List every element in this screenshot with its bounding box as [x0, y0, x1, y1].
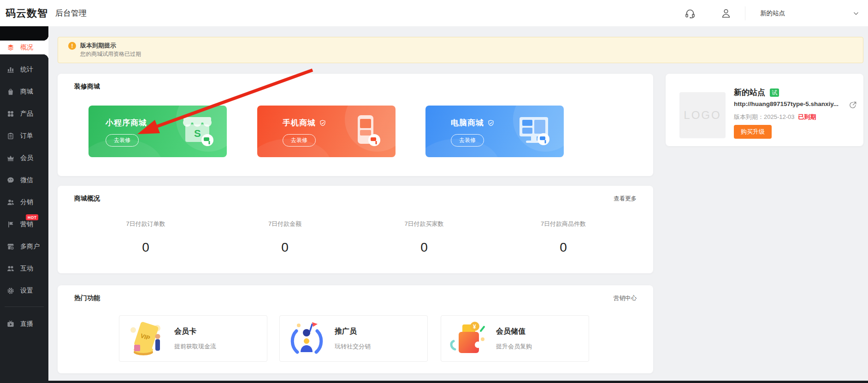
sidebar-item-products[interactable]: 产品: [0, 107, 48, 121]
page-title: 后台管理: [55, 8, 87, 18]
stat-paid-items: 7日付款商品件数 0: [494, 220, 633, 255]
expired-status: 已到期: [798, 113, 816, 120]
sidebar-divider: [5, 306, 44, 307]
banner-subtitle: 您的商城试用资格已过期: [80, 50, 141, 59]
version-expire-row: 版本到期：2025-12-03已到期: [734, 113, 816, 121]
desktop-monitor-icon: [516, 112, 553, 150]
store-plus-icon: [6, 243, 14, 251]
sidebar-item-interaction[interactable]: 互动: [0, 262, 48, 276]
feature-title: 推广员: [335, 327, 371, 336]
shield-check-icon: [319, 120, 326, 126]
feature-title: 会员储值: [496, 327, 532, 336]
pc-mall-card[interactable]: 电脑商城 去装修: [425, 106, 564, 157]
sidebar-item-orders[interactable]: 订单: [0, 129, 48, 143]
layers-icon: [6, 44, 14, 52]
site-info-panel: LOGO 新的站点 试 http://huang897157type-5.sha…: [666, 74, 863, 146]
users-icon: [6, 265, 14, 273]
decorate-button[interactable]: 去装修: [283, 134, 316, 147]
promoter-feature[interactable]: 推广员 玩转社交分销: [279, 315, 428, 362]
version-expiry-banner: ! 版本到期提示 您的商城试用资格已过期: [58, 37, 863, 63]
site-switcher-dropdown[interactable]: 新的站点: [745, 9, 862, 18]
chevron-down-icon: [852, 10, 860, 17]
logo-placeholder-text: LOGO: [684, 109, 721, 122]
hot-badge: HOT: [26, 214, 38, 220]
sidebar-item-multi-merchant[interactable]: 多商户: [0, 240, 48, 253]
brand-logo: 码云数智: [6, 6, 48, 20]
hot-features-panel: 热门功能 营销中心 VIP 会员卡 提前获取现金流: [58, 285, 653, 373]
upgrade-button[interactable]: 购买升级: [734, 125, 772, 139]
grid-icon: [6, 110, 14, 118]
overview-panel-title: 商城概况: [74, 194, 100, 203]
expire-date: 2025-12-03: [764, 113, 795, 120]
stored-value-feature[interactable]: ¥ 会员储值 提升会员复购: [441, 315, 589, 362]
banner-title: 版本到期提示: [80, 41, 141, 50]
hot-panel-title: 热门功能: [74, 294, 100, 302]
site-switcher-label: 新的站点: [760, 9, 785, 18]
bar-chart-icon: [6, 66, 14, 74]
mall-card-title: 手机商城: [283, 118, 316, 128]
flag-icon: [6, 221, 14, 229]
crown-icon: [6, 154, 14, 162]
stat-paid-amount: 7日付款金额 0: [215, 220, 354, 255]
sidebar-item-mall[interactable]: 商城: [0, 85, 48, 99]
site-url-link[interactable]: http://huang897157type-5.shanxiy...: [734, 100, 853, 107]
feature-subtitle: 玩转社交分销: [335, 342, 371, 351]
decorate-panel-title: 装修商城: [74, 82, 100, 91]
stats-row: 7日付款订单数 0 7日付款金额 0 7日付款买家数 0 7日付款商品件数 0: [76, 220, 633, 255]
expire-label: 版本到期：: [734, 113, 764, 120]
decorate-mall-panel: 装修商城 小程序商城 去装修 S 手机商城: [58, 74, 653, 176]
site-name: 新的站点: [734, 87, 765, 98]
mobile-phone-icon: [348, 112, 384, 150]
mini-program-store-icon: S: [179, 112, 216, 150]
sidebar: 概况 统计 商城 产品 订单: [0, 26, 48, 383]
stored-value-illustration: ¥: [449, 319, 488, 358]
mall-card-title: 电脑商城: [451, 118, 484, 128]
svg-text:S: S: [194, 128, 201, 139]
people-icon: [6, 199, 14, 206]
member-card-feature[interactable]: VIP 会员卡 提前获取现金流: [119, 315, 267, 362]
svg-text:¥: ¥: [473, 324, 476, 330]
decorate-button[interactable]: 去装修: [106, 134, 139, 147]
mobile-mall-card[interactable]: 手机商城 去装修: [257, 106, 396, 157]
sidebar-item-settings[interactable]: 设置: [0, 284, 48, 298]
mini-program-mall-card[interactable]: 小程序商城 去装修 S: [89, 106, 227, 157]
bottom-scrollbar[interactable]: [48, 381, 868, 383]
stat-paid-orders: 7日付款订单数 0: [76, 220, 215, 255]
sidebar-item-live[interactable]: 直播: [0, 317, 48, 331]
site-logo-placeholder: LOGO: [679, 92, 726, 138]
sidebar-item-wechat[interactable]: 微信: [0, 173, 48, 187]
stat-paid-buyers: 7日付款买家数 0: [354, 220, 494, 255]
promoter-illustration: [287, 319, 326, 358]
sidebar-item-marketing[interactable]: HOT 营销: [0, 218, 48, 231]
sidebar-nav: 概况 统计 商城 产品 订单: [0, 26, 48, 331]
feature-title: 会员卡: [174, 327, 216, 336]
feature-subtitle: 提升会员复购: [496, 342, 532, 351]
mall-card-title: 小程序商城: [106, 118, 147, 128]
sidebar-item-members[interactable]: 会员: [0, 151, 48, 165]
banner-text: 版本到期提示 您的商城试用资格已过期: [80, 41, 141, 63]
user-icon[interactable]: [720, 7, 732, 19]
warning-icon: !: [68, 42, 76, 50]
clipboard-icon: [6, 132, 14, 140]
shopping-bag-icon: [6, 88, 14, 96]
gear-icon: [6, 287, 14, 295]
headset-icon[interactable]: [684, 7, 696, 19]
mall-overview-panel: 商城概况 查看更多 7日付款订单数 0 7日付款金额 0 7日付款买家数 0 7…: [58, 186, 653, 273]
marketing-center-link[interactable]: 营销中心: [614, 295, 637, 302]
shield-check-icon: [488, 120, 494, 126]
header-actions: 新的站点: [684, 6, 862, 20]
wechat-icon: [6, 177, 14, 184]
sidebar-item-statistics[interactable]: 统计: [0, 63, 48, 77]
live-tv-icon: [6, 320, 14, 328]
view-more-link[interactable]: 查看更多: [614, 195, 637, 203]
decorate-button[interactable]: 去装修: [451, 134, 484, 147]
external-link-icon[interactable]: [849, 101, 857, 109]
feature-subtitle: 提前获取现金流: [174, 342, 216, 351]
sidebar-item-overview[interactable]: 概况: [0, 41, 48, 54]
top-header: 码云数智 后台管理 新的站点: [0, 0, 868, 26]
sidebar-item-distribution[interactable]: 分销: [0, 195, 48, 209]
trial-badge: 试: [770, 88, 779, 97]
vip-card-illustration: VIP: [127, 319, 166, 358]
